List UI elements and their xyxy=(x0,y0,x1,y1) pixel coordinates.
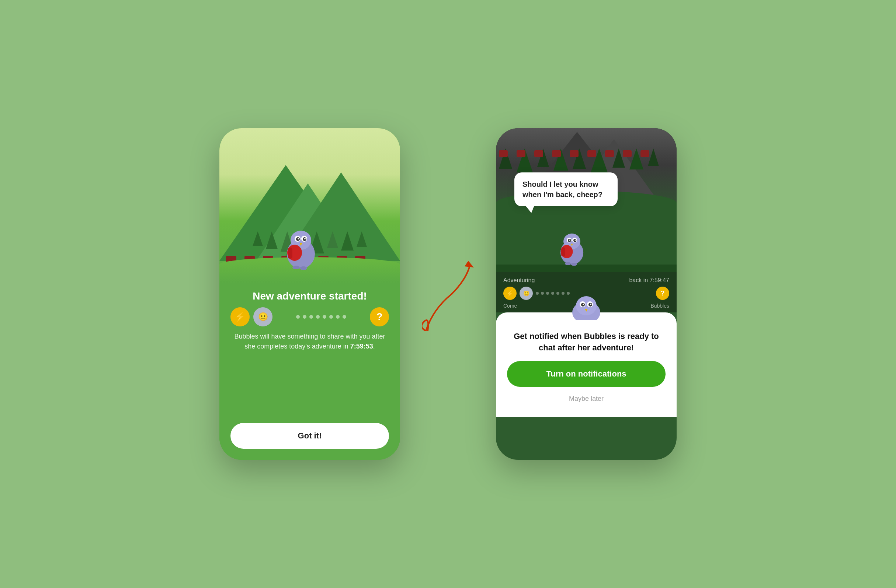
svg-point-20 xyxy=(569,240,570,240)
svg-rect-10 xyxy=(288,248,293,258)
adv-dot xyxy=(546,292,549,295)
red-box xyxy=(587,150,596,157)
svg-point-28 xyxy=(576,296,597,315)
adv-lightning-icon: ⚡ xyxy=(503,287,517,300)
adventure-title: New adventure started! xyxy=(253,290,367,302)
red-box xyxy=(640,150,649,157)
adv-dot xyxy=(551,292,554,295)
svg-point-6 xyxy=(297,238,299,240)
red-box xyxy=(517,150,526,157)
red-boxes-right xyxy=(496,150,677,157)
svg-point-25 xyxy=(565,262,571,265)
got-it-button[interactable]: Got it! xyxy=(230,423,389,449)
adv-dot xyxy=(562,292,564,295)
adventure-time: 7:59:53 xyxy=(350,343,373,350)
back-in-timer: back in 7:59:47 xyxy=(629,277,669,284)
tree xyxy=(253,231,263,254)
progress-dot xyxy=(309,315,313,319)
red-box xyxy=(605,150,614,157)
adv-dot xyxy=(541,292,544,295)
sheet-title: Get notified when Bubbles is ready to ch… xyxy=(507,331,666,354)
progress-dot xyxy=(296,315,300,319)
progress-dot xyxy=(303,315,306,319)
right-phone: Should I let you know when I'm back, che… xyxy=(496,128,677,460)
tree xyxy=(327,231,338,254)
svg-point-34 xyxy=(590,304,591,305)
turn-on-notifications-button[interactable]: Turn on notifications xyxy=(507,361,666,387)
red-box xyxy=(499,150,508,157)
progress-dot xyxy=(323,315,326,319)
adventuring-label: Adventuring xyxy=(503,277,535,284)
svg-marker-13 xyxy=(465,261,474,267)
svg-point-21 xyxy=(574,240,576,240)
red-box xyxy=(623,150,632,157)
progress-dot xyxy=(329,315,333,319)
left-scene xyxy=(219,128,400,283)
maybe-later-button[interactable]: Maybe later xyxy=(566,392,606,406)
svg-point-7 xyxy=(304,238,306,240)
adv-face-icon: 😐 xyxy=(520,287,533,300)
svg-point-26 xyxy=(571,263,577,266)
lightning-icon: ⚡ xyxy=(230,307,250,327)
progress-dot xyxy=(316,315,320,319)
left-phone: New adventure started! ⚡ 😐 ? Bubbles wil… xyxy=(219,128,400,460)
footer-left-label: Come xyxy=(503,303,517,309)
progress-row: ⚡ 😐 ? xyxy=(230,307,389,327)
right-scene-wrapper: Should I let you know when I'm back, che… xyxy=(496,128,677,312)
adv-dot xyxy=(536,292,539,295)
speech-bubble-text: Should I let you know when I'm back, che… xyxy=(523,180,602,199)
right-phone-inner: Should I let you know when I'm back, che… xyxy=(496,128,677,460)
progress-dot xyxy=(336,315,340,319)
tree xyxy=(266,231,278,254)
bird-peek xyxy=(568,290,605,321)
adv-question-icon: ? xyxy=(656,287,669,300)
tree xyxy=(357,231,367,254)
svg-point-33 xyxy=(582,304,584,305)
progress-dots xyxy=(276,315,366,319)
svg-point-11 xyxy=(293,266,300,269)
progress-dot xyxy=(343,315,346,319)
tree xyxy=(341,231,354,254)
red-box xyxy=(552,150,561,157)
arrow-connector xyxy=(422,257,474,331)
face-icon: 😐 xyxy=(253,307,273,327)
adventure-description: Bubbles will have something to share wit… xyxy=(230,331,389,351)
red-box xyxy=(570,150,579,157)
bottom-sheet: Get notified when Bubbles is ready to ch… xyxy=(496,312,677,417)
left-content: New adventure started! ⚡ 😐 ? Bubbles wil… xyxy=(219,283,400,460)
svg-rect-24 xyxy=(561,247,565,257)
right-bird-character xyxy=(555,226,588,268)
red-box xyxy=(534,150,543,157)
footer-right-label: Bubbles xyxy=(651,303,669,309)
bird-character xyxy=(280,223,321,272)
arrow-svg xyxy=(422,257,474,331)
adv-header: Adventuring back in 7:59:47 xyxy=(503,277,669,284)
adv-dot xyxy=(556,292,559,295)
svg-point-12 xyxy=(300,266,307,270)
question-icon: ? xyxy=(370,307,389,327)
speech-bubble: Should I let you know when I'm back, che… xyxy=(514,172,618,206)
